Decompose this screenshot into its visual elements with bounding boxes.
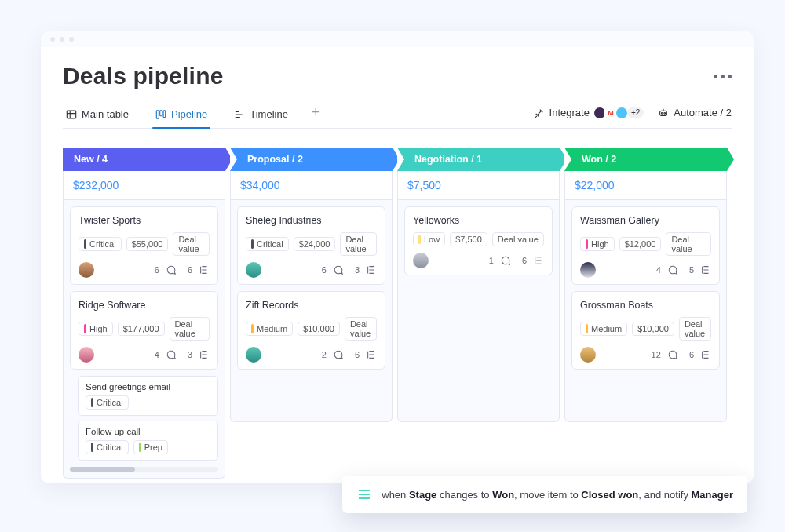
column-header[interactable]: Proposal / 2 xyxy=(230,148,392,171)
column-header[interactable]: Won / 2 xyxy=(564,148,727,171)
app-window: Deals pipeline Main table Pipeline Timel… xyxy=(41,31,754,483)
automate-label: Automate / 2 xyxy=(674,107,732,118)
tab-pipeline[interactable]: Pipeline xyxy=(152,104,210,128)
card-title: Twister Sports xyxy=(78,215,210,226)
card-tags: Critical$55,000Deal value xyxy=(78,232,210,256)
view-tabs: Main table Pipeline Timeline + Integrate… xyxy=(63,104,732,129)
deal-card[interactable]: Grossman BoatsMedium$10,000Deal value12 … xyxy=(571,291,720,370)
card-counts: 6 6 xyxy=(155,264,210,275)
subtask-card[interactable]: Send greetings emailCritical xyxy=(78,376,218,416)
priority-pill: High xyxy=(78,322,113,336)
value-label-pill: Deal value xyxy=(492,232,544,246)
card-title: Sheleg Industries xyxy=(246,215,377,226)
horizontal-scrollbar[interactable] xyxy=(70,467,218,472)
tab-label: Main table xyxy=(82,108,129,120)
avatar[interactable] xyxy=(580,347,596,363)
subtask-card[interactable]: Follow up callCriticalPrep xyxy=(78,421,218,461)
deal-card[interactable]: Ridge SoftwareHigh$177,000Deal value4 3 xyxy=(70,291,218,370)
card-meta: 6 6 xyxy=(78,262,210,278)
value-pill: $177,000 xyxy=(118,322,165,336)
avatar[interactable] xyxy=(246,262,261,278)
svg-point-6 xyxy=(664,112,666,114)
value-pill: $7,500 xyxy=(450,232,487,246)
column-sum: $232,000 xyxy=(64,171,225,200)
subtask-title: Send greetings email xyxy=(86,382,210,392)
more-menu-button[interactable] xyxy=(714,75,732,78)
card-meta: 12 6 xyxy=(580,347,711,363)
value-pill: $12,000 xyxy=(619,237,662,251)
window-chrome xyxy=(41,31,754,47)
card-counts: 6 3 xyxy=(322,264,377,275)
table-icon xyxy=(66,109,77,120)
add-view-button[interactable]: + xyxy=(312,104,320,127)
value-pill: $10,000 xyxy=(632,322,674,336)
robot-icon xyxy=(658,107,669,118)
subtask-tag: Prep xyxy=(133,440,168,454)
column-body: $22,000Waissman GalleryHigh$12,000Deal v… xyxy=(564,171,727,422)
automation-text: when Stage changes to Won, move item to … xyxy=(382,489,733,501)
column-label: Won / 2 xyxy=(582,154,616,165)
plug-icon xyxy=(534,107,545,118)
value-pill: $10,000 xyxy=(298,322,340,336)
avatar[interactable] xyxy=(413,253,429,268)
deal-card[interactable]: Sheleg IndustriesCritical$24,000Deal val… xyxy=(237,206,385,285)
tab-main-table[interactable]: Main table xyxy=(63,104,132,128)
card-meta: 4 3 xyxy=(78,347,210,363)
subtask-tag: Critical xyxy=(86,395,129,410)
card-meta: 4 5 xyxy=(580,262,711,278)
svg-point-5 xyxy=(662,112,663,114)
value-label-pill: Deal value xyxy=(345,317,377,341)
column-sum: $22,000 xyxy=(565,171,726,200)
card-title: Grossman Boats xyxy=(580,300,711,311)
tab-timeline[interactable]: Timeline xyxy=(231,104,291,128)
card-tags: High$12,000Deal value xyxy=(580,232,711,256)
card-tags: High$177,000Deal value xyxy=(78,317,210,341)
kanban-board: New / 4$232,000Twister SportsCritical$55… xyxy=(63,148,732,479)
column-sum: $7,500 xyxy=(398,171,559,200)
card-title: Zift Records xyxy=(246,300,377,311)
avatar[interactable] xyxy=(246,347,261,363)
automate-button[interactable]: Automate / 2 xyxy=(658,107,732,118)
deal-card[interactable]: Waissman GalleryHigh$12,000Deal value4 5 xyxy=(571,206,720,285)
column-header[interactable]: Negotiation / 1 xyxy=(397,148,560,171)
priority-pill: Medium xyxy=(246,322,293,336)
card-tags: Critical$24,000Deal value xyxy=(246,232,377,256)
card-title: Yelloworks xyxy=(413,215,544,226)
automation-toast[interactable]: when Stage changes to Won, move item to … xyxy=(342,476,747,513)
priority-pill: Critical xyxy=(78,237,122,251)
column-body: $232,000Twister SportsCritical$55,000Dea… xyxy=(63,171,225,479)
deal-card[interactable]: Zift RecordsMedium$10,000Deal value2 6 xyxy=(237,291,385,370)
value-label-pill: Deal value xyxy=(170,317,210,341)
avatar[interactable] xyxy=(580,262,596,278)
integrate-button[interactable]: Integrate M +2 xyxy=(534,106,644,120)
card-counts: 1 6 xyxy=(489,255,544,266)
card-meta: 6 3 xyxy=(246,262,377,278)
avatar[interactable] xyxy=(78,262,94,278)
svg-rect-0 xyxy=(67,111,75,118)
priority-pill: Low xyxy=(413,232,445,246)
deal-card[interactable]: YelloworksLow$7,500Deal value1 6 xyxy=(404,206,553,275)
card-meta: 2 6 xyxy=(246,347,377,363)
subtask-title: Follow up call xyxy=(86,427,210,436)
avatar[interactable] xyxy=(78,347,94,363)
value-pill: $55,000 xyxy=(126,237,169,251)
card-meta: 1 6 xyxy=(413,253,544,268)
kanban-icon xyxy=(155,109,166,120)
card-counts: 2 6 xyxy=(322,349,377,360)
column-label: Proposal / 2 xyxy=(247,154,303,165)
value-label-pill: Deal value xyxy=(173,232,210,256)
page-title: Deals pipeline xyxy=(63,63,224,89)
value-label-pill: Deal value xyxy=(679,317,711,341)
column-label: Negotiation / 1 xyxy=(414,154,482,165)
recipe-icon xyxy=(356,486,372,502)
column-new: New / 4$232,000Twister SportsCritical$55… xyxy=(63,148,230,479)
column-header[interactable]: New / 4 xyxy=(63,148,225,171)
priority-pill: Medium xyxy=(580,322,627,336)
column-label: New / 4 xyxy=(74,154,108,165)
column-proposal: Proposal / 2$34,000Sheleg IndustriesCrit… xyxy=(230,148,397,479)
priority-pill: High xyxy=(580,237,615,251)
svg-rect-1 xyxy=(156,110,159,118)
column-body: $7,500YelloworksLow$7,500Deal value1 6 xyxy=(397,171,560,422)
integration-icons: M +2 xyxy=(596,106,644,120)
deal-card[interactable]: Twister SportsCritical$55,000Deal value6… xyxy=(70,206,218,285)
